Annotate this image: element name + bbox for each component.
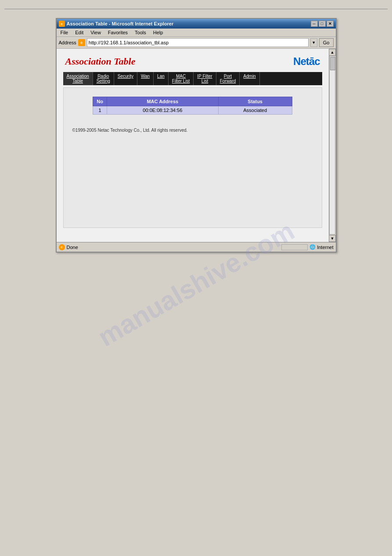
- title-bar: e Association Table - Microsoft Internet…: [57, 19, 336, 29]
- col-no: No: [93, 97, 107, 106]
- window-controls: ─ □ ✕: [311, 21, 334, 27]
- menu-tools[interactable]: Tools: [133, 29, 148, 36]
- col-status: Status: [218, 97, 292, 106]
- menu-edit[interactable]: Edit: [73, 29, 85, 36]
- association-table: No MAC Address Status 1 00:0E:08:12:34:5…: [93, 97, 292, 115]
- navigation-tabs: AssociationTable RadioSetting Security W…: [63, 72, 322, 85]
- internet-label: Internet: [317, 245, 333, 250]
- scroll-up-button[interactable]: ▲: [329, 49, 336, 56]
- browser-content: Association Table Netāc AssociationTable…: [57, 49, 329, 242]
- status-page-icon: e: [59, 244, 65, 250]
- status-indicator: [281, 244, 308, 250]
- tab-wan[interactable]: Wan: [137, 72, 154, 85]
- tab-mac-filter-list[interactable]: MACFilter List: [169, 72, 194, 85]
- cell-status: Associated: [218, 106, 292, 115]
- title-bar-left: e Association Table - Microsoft Internet…: [59, 21, 174, 27]
- close-button[interactable]: ✕: [327, 21, 334, 27]
- scroll-thumb[interactable]: [330, 57, 335, 70]
- top-divider: [4, 9, 388, 9]
- content-area: No MAC Address Status 1 00:0E:08:12:34:5…: [63, 87, 322, 228]
- address-bar: Address e ▼ Go: [57, 37, 336, 49]
- menu-favorites[interactable]: Favorites: [106, 29, 129, 36]
- minimize-button[interactable]: ─: [311, 21, 318, 27]
- window-title: Association Table - Microsoft Internet E…: [67, 21, 174, 26]
- cell-no: 1: [93, 106, 107, 115]
- address-label: Address: [59, 40, 76, 45]
- tab-ip-filter-list[interactable]: IP FilterList: [194, 72, 216, 85]
- address-dropdown-button[interactable]: ▼: [310, 38, 317, 47]
- table-header-row: No MAC Address Status: [93, 97, 292, 106]
- tab-port-forward[interactable]: PortForward: [216, 72, 240, 85]
- status-left: e Done: [59, 244, 78, 250]
- page-header: Association Table Netāc: [61, 53, 324, 72]
- browser-icon: e: [59, 21, 65, 27]
- tab-association-table[interactable]: AssociationTable: [63, 72, 93, 85]
- tab-admin[interactable]: Admin: [240, 72, 259, 85]
- brand-logo: Netāc: [293, 55, 320, 68]
- page-title: Association Table: [65, 56, 136, 67]
- tab-security[interactable]: Security: [114, 72, 137, 85]
- go-button[interactable]: Go: [319, 38, 334, 47]
- internet-icon: 🌐: [309, 244, 316, 250]
- browser-window: e Association Table - Microsoft Internet…: [56, 18, 337, 253]
- tab-radio-setting[interactable]: RadioSetting: [93, 72, 114, 85]
- internet-zone: 🌐 Internet: [309, 244, 333, 250]
- tab-lan[interactable]: Lan: [154, 72, 169, 85]
- table-row: 1 00:0E:08:12:34:56 Associated: [93, 106, 292, 115]
- status-bar: e Done 🌐 Internet: [57, 242, 336, 252]
- footer-text: ©1999-2005 Netac Technology Co., Ltd. Al…: [68, 123, 317, 137]
- cell-mac: 00:0E:08:12:34:56: [107, 106, 218, 115]
- status-text: Done: [67, 245, 78, 250]
- address-page-icon: e: [78, 39, 85, 46]
- menu-bar: File Edit View Favorites Tools Help: [57, 29, 336, 37]
- maximize-button[interactable]: □: [319, 21, 326, 27]
- menu-help[interactable]: Help: [151, 29, 165, 36]
- scroll-track[interactable]: [329, 56, 335, 235]
- browser-content-wrap: Association Table Netāc AssociationTable…: [57, 49, 336, 242]
- address-input[interactable]: [87, 38, 309, 47]
- status-right: 🌐 Internet: [281, 244, 333, 250]
- col-mac: MAC Address: [107, 97, 218, 106]
- menu-file[interactable]: File: [59, 29, 70, 36]
- scroll-down-button[interactable]: ▼: [329, 235, 336, 242]
- scrollbar-vertical[interactable]: ▲ ▼: [329, 49, 336, 242]
- menu-view[interactable]: View: [89, 29, 103, 36]
